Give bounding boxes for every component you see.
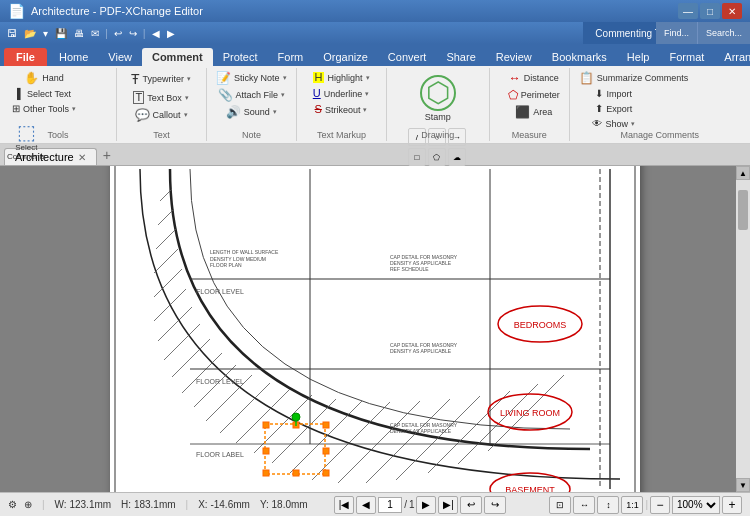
area-icon: ⬛ bbox=[515, 106, 530, 118]
typewriter-tool[interactable]: Ŧ Typewriter ▾ bbox=[121, 70, 201, 88]
tab-comment[interactable]: Comment bbox=[142, 48, 213, 66]
email-button[interactable]: ✉ bbox=[88, 27, 102, 40]
tools-label: Tools bbox=[0, 130, 116, 140]
find-button[interactable]: Find... bbox=[656, 22, 698, 44]
save-button[interactable]: 💾 bbox=[52, 27, 70, 40]
back-button[interactable]: ◀ bbox=[149, 27, 163, 40]
tab-convert[interactable]: Convert bbox=[378, 48, 437, 66]
tab-share[interactable]: Share bbox=[436, 48, 485, 66]
vertical-scrollbar[interactable]: ▲ ▼ bbox=[736, 166, 750, 492]
chevron-down-icon: ▾ bbox=[184, 111, 188, 119]
fit-page-button[interactable]: ⊡ bbox=[549, 496, 571, 514]
callout-tool[interactable]: 💬 Callout ▾ bbox=[121, 107, 201, 123]
redo-button[interactable]: ↪ bbox=[126, 27, 140, 40]
select-comments-tool[interactable]: ⬚ SelectComments bbox=[4, 117, 49, 166]
polygon-tool[interactable]: ⬠ bbox=[428, 148, 446, 166]
tab-arrange[interactable]: Arrange bbox=[714, 48, 750, 66]
scroll-up-button[interactable]: ▲ bbox=[736, 166, 750, 180]
fit-height-button[interactable]: ↕ bbox=[597, 496, 619, 514]
chevron-down-icon: ▾ bbox=[365, 90, 369, 98]
perimeter-tool[interactable]: ⬠ Perimeter bbox=[494, 87, 574, 103]
next-page-button[interactable]: ▶ bbox=[416, 496, 436, 514]
x-coord-label: X: -14.6mm bbox=[198, 499, 250, 510]
svg-rect-18 bbox=[323, 422, 329, 428]
go-forward-button[interactable]: ↪ bbox=[484, 496, 506, 514]
fit-width-button[interactable]: ↔ bbox=[573, 496, 595, 514]
zoom-select[interactable]: 100% 75% 50% 125% 150% bbox=[672, 496, 720, 514]
open-dropdown[interactable]: ▾ bbox=[40, 27, 51, 40]
sound-icon: 🔊 bbox=[226, 106, 241, 118]
svg-rect-21 bbox=[263, 470, 269, 476]
tab-home[interactable]: Home bbox=[49, 48, 98, 66]
text-box-tool[interactable]: T Text Box ▾ bbox=[121, 89, 201, 106]
stamp-icon: ⬡ bbox=[420, 75, 456, 111]
tab-protect[interactable]: Protect bbox=[213, 48, 268, 66]
area-tool[interactable]: ⬛ Area bbox=[494, 104, 574, 120]
import-icon: ⬇ bbox=[595, 89, 603, 99]
tab-organize[interactable]: Organize bbox=[313, 48, 378, 66]
svg-text:BEDROOMS: BEDROOMS bbox=[514, 320, 567, 330]
chevron-down-icon: ▾ bbox=[187, 75, 191, 83]
tab-help[interactable]: Help bbox=[617, 48, 660, 66]
other-tools-button[interactable]: ⊞ Other Tools ▾ bbox=[4, 102, 84, 116]
drawing-group-label: Drawing bbox=[387, 130, 489, 140]
tab-review[interactable]: Review bbox=[486, 48, 542, 66]
select-text-tool[interactable]: ▌ Select Text bbox=[4, 87, 84, 101]
import-button[interactable]: ⬇ Import bbox=[574, 87, 654, 101]
print-button[interactable]: 🖶 bbox=[71, 27, 87, 40]
total-pages: 1 bbox=[409, 499, 415, 510]
svg-text:REF SCHEDULE: REF SCHEDULE bbox=[390, 266, 429, 272]
undo-button[interactable]: ↩ bbox=[111, 27, 125, 40]
cloud-tool[interactable]: ☁ bbox=[448, 148, 466, 166]
first-page-button[interactable]: |◀ bbox=[334, 496, 354, 514]
zoom-in-button[interactable]: + bbox=[722, 496, 742, 514]
tab-form[interactable]: Form bbox=[268, 48, 314, 66]
summarize-tool[interactable]: 📋 Summarize Comments bbox=[574, 70, 694, 86]
tab-view[interactable]: View bbox=[98, 48, 142, 66]
rect-tool[interactable]: □ bbox=[408, 148, 426, 166]
actual-size-button[interactable]: 1:1 bbox=[621, 496, 643, 514]
sticky-note-tool[interactable]: 📝 Sticky Note ▾ bbox=[211, 70, 292, 86]
settings-icon[interactable]: ⚙ bbox=[8, 499, 17, 510]
tab-bookmarks[interactable]: Bookmarks bbox=[542, 48, 617, 66]
tab-format[interactable]: Format bbox=[659, 48, 714, 66]
svg-rect-19 bbox=[263, 448, 269, 454]
strikethrough-tool[interactable]: S Strikeout ▾ bbox=[301, 102, 381, 117]
zoom-out-button[interactable]: − bbox=[650, 496, 670, 514]
highlight-icon: H bbox=[313, 72, 325, 83]
open-button[interactable]: 📂 bbox=[21, 27, 39, 40]
page-number-input[interactable] bbox=[378, 497, 402, 513]
attach-file-tool[interactable]: 📎 Attach File ▾ bbox=[211, 87, 292, 103]
distance-tool[interactable]: ↔ Distance bbox=[494, 70, 574, 86]
other-tools-icon: ⊞ bbox=[12, 104, 20, 114]
underline-tool[interactable]: U Underline ▾ bbox=[301, 86, 381, 101]
new-button[interactable]: 🖫 bbox=[4, 27, 20, 40]
scroll-thumb[interactable] bbox=[738, 190, 748, 230]
sound-tool[interactable]: 🔊 Sound ▾ bbox=[211, 104, 292, 120]
note-group: 📝 Sticky Note ▾ 📎 Attach File ▾ 🔊 Sound … bbox=[207, 68, 297, 141]
maximize-button[interactable]: □ bbox=[700, 3, 720, 19]
svg-text:DENSITY AS APPLICABLE: DENSITY AS APPLICABLE bbox=[390, 428, 452, 434]
export-icon: ⬆ bbox=[595, 104, 603, 114]
show-icon: 👁 bbox=[592, 119, 602, 129]
hand-tool[interactable]: ✋ Hand bbox=[4, 70, 84, 86]
minimize-button[interactable]: — bbox=[678, 3, 698, 19]
svg-text:LIVING ROOM: LIVING ROOM bbox=[500, 408, 560, 418]
forward-button[interactable]: ▶ bbox=[164, 27, 178, 40]
stamp-tool[interactable]: ⬡ Stamp bbox=[414, 70, 462, 127]
prev-page-button[interactable]: ◀ bbox=[356, 496, 376, 514]
scroll-down-button[interactable]: ▼ bbox=[736, 478, 750, 492]
show-button[interactable]: 👁 Show ▾ bbox=[574, 117, 654, 131]
rewind-button[interactable]: ↩ bbox=[460, 496, 482, 514]
app-title: Architecture - PDF-XChange Editor bbox=[31, 5, 203, 17]
export-button[interactable]: ⬆ Export bbox=[574, 102, 654, 116]
chevron-down-icon: ▾ bbox=[281, 91, 285, 99]
app-icon: 📄 bbox=[8, 3, 25, 19]
last-page-button[interactable]: ▶| bbox=[438, 496, 458, 514]
svg-text:DENSITY AS APPLICABLE: DENSITY AS APPLICABLE bbox=[390, 348, 452, 354]
search-button[interactable]: Search... bbox=[698, 22, 750, 44]
close-button[interactable]: ✕ bbox=[722, 3, 742, 19]
manage-comments-group: 📋 Summarize Comments ⬇ Import ⬆ Export 👁 bbox=[570, 68, 750, 141]
highlight-tool[interactable]: H Highlight ▾ bbox=[301, 70, 381, 85]
tab-file[interactable]: File bbox=[4, 48, 47, 66]
